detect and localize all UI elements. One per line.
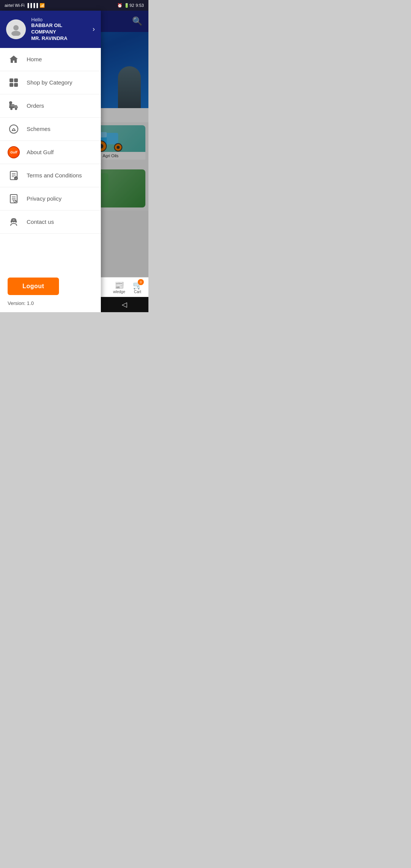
avatar (6, 19, 26, 39)
cart-label: Cart (134, 290, 141, 294)
nav-cart[interactable]: 🛒 0 Cart (133, 281, 142, 294)
status-left: airtel Wi-Fi ▐▐▐▐ 📶 (5, 3, 45, 8)
orders-label: Orders (27, 102, 44, 109)
svg-rect-25 (14, 78, 18, 82)
version-text: Version: 1.0 (8, 300, 93, 306)
knowledge-icon: 📰 (115, 281, 124, 290)
time-display: 9:53 (136, 3, 144, 8)
chevron-right-icon: › (92, 25, 95, 33)
svg-point-47 (13, 219, 15, 221)
home-icon (8, 53, 20, 65)
hello-text: Hello (31, 17, 87, 22)
privacy-icon (8, 193, 20, 205)
app-container: 🔍 GulfPRIDE CTION (0, 11, 148, 312)
grid-icon (8, 77, 20, 89)
menu-item-about-gulf[interactable]: Gulf About Gulf (0, 141, 101, 164)
schemes-label: Schemes (27, 126, 51, 132)
menu-item-home[interactable]: Home (0, 48, 101, 71)
terms-icon: ✓ (8, 169, 20, 182)
svg-point-22 (13, 25, 19, 30)
menu-item-contact[interactable]: Contact us (0, 211, 101, 234)
wifi-icon: 📶 (40, 3, 45, 8)
knowledge-label: wledge (113, 290, 125, 294)
nav-knowledge[interactable]: 📰 wledge (113, 281, 125, 294)
about-gulf-label: About Gulf (27, 149, 54, 155)
cart-badge-container: 🛒 0 (133, 281, 142, 290)
home-label: Home (27, 56, 42, 62)
battery-indicator: 🔋92 (124, 3, 134, 8)
shop-label: Shop by Category (27, 79, 72, 86)
back-icon[interactable]: ◁ (122, 300, 127, 309)
menu-item-privacy[interactable]: Privacy policy (0, 187, 101, 211)
menu-item-shop[interactable]: Shop by Category (0, 71, 101, 94)
status-bar: airtel Wi-Fi ▐▐▐▐ 📶 ⏰ 🔋92 9:53 (0, 0, 148, 11)
menu-list: Home Shop by Category (0, 48, 101, 270)
contact-label: Contact us (27, 219, 54, 225)
svg-rect-26 (10, 83, 13, 87)
menu-item-orders[interactable]: Orders (0, 94, 101, 118)
terms-label: Terms and Conditions (27, 172, 82, 179)
carrier-text: airtel Wi-Fi (5, 3, 25, 8)
cart-count-badge: 0 (138, 279, 144, 285)
svg-rect-49 (15, 220, 17, 223)
drawer-header[interactable]: Hello BABBAR OIL COMPANY MR. RAVINDRA › (0, 11, 101, 48)
side-drawer: Hello BABBAR OIL COMPANY MR. RAVINDRA › … (0, 11, 101, 312)
svg-rect-30 (9, 104, 14, 108)
svg-rect-27 (14, 83, 18, 87)
company-name: BABBAR OIL COMPANY (31, 22, 87, 35)
logout-button[interactable]: Logout (8, 278, 59, 295)
svg-rect-24 (10, 78, 13, 82)
menu-item-schemes[interactable]: Schemes (0, 118, 101, 141)
avatar-icon (10, 23, 22, 36)
privacy-label: Privacy policy (27, 195, 62, 202)
person-name: MR. RAVINDRA (31, 35, 87, 42)
signal-icon: ▐▐▐▐ (26, 3, 38, 8)
menu-item-terms[interactable]: ✓ Terms and Conditions (0, 164, 101, 187)
svg-point-32 (9, 101, 12, 104)
truck-icon (8, 100, 20, 112)
svg-point-23 (11, 31, 21, 36)
status-right: ⏰ 🔋92 9:53 (117, 3, 144, 8)
svg-text:✓: ✓ (15, 177, 17, 180)
user-info: Hello BABBAR OIL COMPANY MR. RAVINDRA (31, 17, 87, 42)
drawer-footer: Logout Version: 1.0 (0, 270, 101, 312)
schemes-icon (8, 123, 20, 135)
alarm-icon: ⏰ (117, 3, 123, 8)
contact-icon (8, 216, 20, 228)
gulf-logo-icon: Gulf (8, 146, 20, 158)
svg-rect-48 (11, 220, 12, 223)
